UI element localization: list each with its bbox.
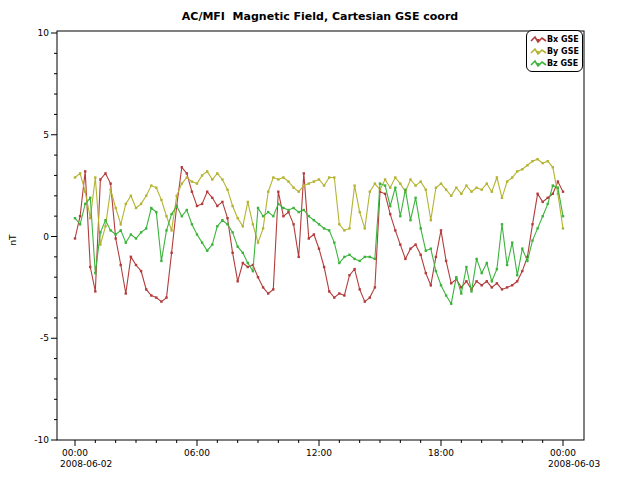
x-date-label: 2008-06-03: [548, 459, 600, 469]
legend-label-by: By GSE: [547, 47, 579, 56]
series-by-gse: [74, 158, 564, 246]
x-tick-label: 12:00: [306, 448, 332, 458]
x-date-label: 2008-06-02: [60, 459, 112, 469]
legend-item-by: By GSE: [530, 45, 582, 57]
bz-line-sample-icon: [530, 59, 547, 68]
plot-frame: [57, 31, 584, 440]
x-tick-label: 18:00: [428, 448, 454, 458]
x-tick-label: 00:00: [550, 448, 576, 458]
y-tick-label: 10: [38, 28, 50, 38]
y-tick-label: 0: [43, 232, 49, 242]
y-tick-label: 5: [43, 130, 49, 140]
y-axis: 1050-5-10nT: [8, 28, 57, 445]
legend-item-bx: Bx GSE: [530, 33, 582, 45]
legend-item-bz: Bz GSE: [530, 57, 582, 69]
x-tick-label: 06:00: [184, 448, 210, 458]
by-line-sample-icon: [530, 47, 547, 56]
legend-label-bz: Bz GSE: [547, 59, 578, 68]
legend-label-bx: Bx GSE: [547, 35, 579, 44]
x-axis: 00:002008-06-0206:0012:0018:0000:002008-…: [60, 440, 600, 469]
plot-area: 1050-5-10nT00:002008-06-0206:0012:0018:0…: [0, 0, 640, 480]
x-tick-label: 00:00: [62, 448, 88, 458]
bx-line-sample-icon: [530, 35, 547, 44]
y-tick-label: -5: [40, 333, 49, 343]
legend-box: Bx GSE By GSE Bz GSE: [526, 30, 583, 72]
y-axis-label: nT: [8, 234, 18, 246]
plot-window: AC/MFI Magnetic Field, Cartesian GSE coo…: [0, 0, 640, 480]
y-tick-label: -10: [34, 435, 49, 445]
